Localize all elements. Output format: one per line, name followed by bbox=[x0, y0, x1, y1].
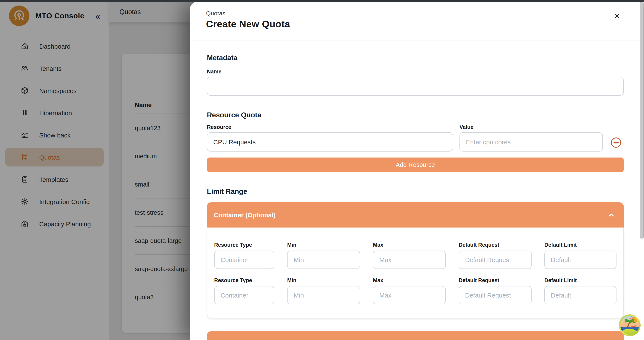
limit-range-heading: Limit Range bbox=[207, 187, 624, 195]
default-limit-input[interactable] bbox=[544, 286, 616, 304]
default-request-label: Default Request bbox=[459, 242, 532, 248]
close-icon[interactable]: × bbox=[614, 11, 620, 21]
next-accordion-header[interactable] bbox=[207, 331, 624, 340]
modal-title: Create New Quota bbox=[206, 19, 624, 30]
modal-scrollbar[interactable] bbox=[640, 2, 644, 239]
resource-select[interactable] bbox=[207, 132, 453, 152]
container-accordion-body: Resource Type Min Max Default Reque bbox=[207, 227, 624, 318]
name-label: Name bbox=[207, 69, 624, 75]
default-limit-label: Default Limit bbox=[544, 277, 616, 283]
container-accordion: Container (Optional) Resource Type Min bbox=[207, 202, 624, 318]
breadcrumb: Quotas bbox=[206, 10, 624, 17]
metadata-heading: Metadata bbox=[207, 54, 624, 62]
resource-quota-heading: Resource Quota bbox=[207, 111, 624, 119]
limit-range-row: Resource Type Min Max Default Reque bbox=[214, 277, 616, 304]
limit-range-row: Resource Type Min Max Default Reque bbox=[214, 242, 616, 269]
min-input[interactable] bbox=[287, 286, 360, 304]
default-limit-label: Default Limit bbox=[544, 242, 616, 248]
default-request-label: Default Request bbox=[459, 277, 532, 283]
name-input[interactable] bbox=[207, 77, 624, 96]
resource-type-input[interactable] bbox=[214, 251, 274, 269]
max-input[interactable] bbox=[373, 286, 446, 304]
create-quota-modal: Quotas Create New Quota × Metadata Name … bbox=[190, 2, 644, 340]
add-resource-button[interactable]: Add Resource bbox=[207, 158, 624, 172]
default-request-input[interactable] bbox=[459, 251, 532, 269]
max-input[interactable] bbox=[373, 251, 446, 269]
island-watermark-icon bbox=[618, 314, 641, 336]
modal-body: Metadata Name Resource Quota Resource Va… bbox=[190, 41, 644, 340]
default-limit-input[interactable] bbox=[544, 251, 616, 269]
value-input[interactable] bbox=[460, 132, 603, 152]
resource-type-input[interactable] bbox=[214, 286, 274, 304]
modal-header: Quotas Create New Quota × bbox=[190, 2, 644, 41]
screen: MTO Console « Dashboard Tenants Names bbox=[0, 0, 644, 340]
resource-quota-row: Resource Value bbox=[207, 124, 624, 152]
resource-type-label: Resource Type bbox=[214, 242, 274, 248]
container-accordion-header[interactable]: Container (Optional) bbox=[207, 202, 624, 227]
max-label: Max bbox=[373, 277, 446, 283]
remove-resource-icon[interactable] bbox=[611, 137, 621, 148]
max-label: Max bbox=[373, 242, 446, 248]
container-accordion-title: Container (Optional) bbox=[214, 211, 276, 219]
min-label: Min bbox=[287, 277, 360, 283]
value-label: Value bbox=[460, 124, 603, 130]
chevron-up-icon bbox=[608, 211, 615, 219]
min-input[interactable] bbox=[287, 251, 360, 269]
resource-label: Resource bbox=[207, 124, 453, 130]
window-top-strip bbox=[0, 0, 644, 2]
default-request-input[interactable] bbox=[459, 286, 532, 304]
resource-type-label: Resource Type bbox=[214, 277, 274, 283]
min-label: Min bbox=[287, 242, 360, 248]
